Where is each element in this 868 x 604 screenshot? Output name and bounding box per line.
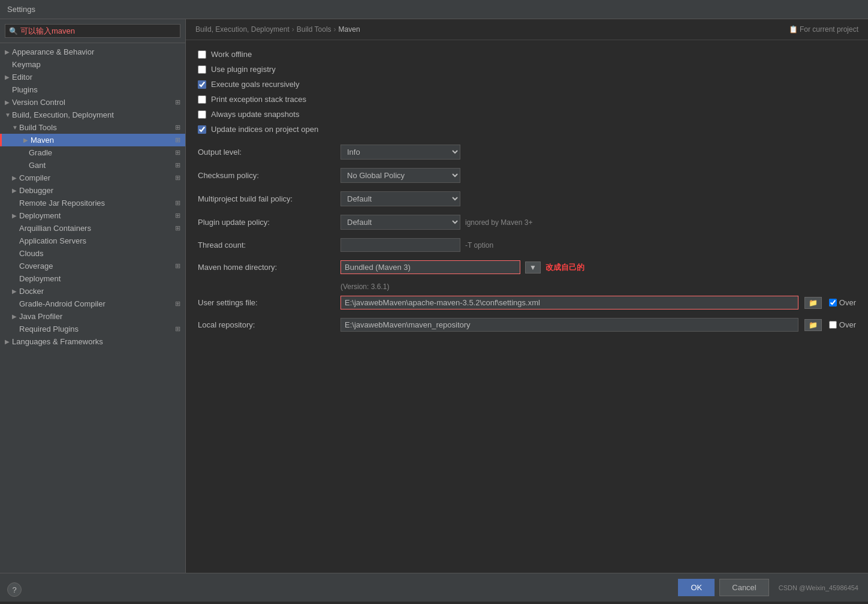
for-project-label: 📋 For current project: [789, 25, 858, 34]
arrow-icon: ▶: [5, 49, 12, 55]
sidebar-item-keymap[interactable]: Keymap: [0, 58, 185, 71]
sidebar-item-deployment2[interactable]: Deployment: [0, 272, 185, 285]
user-settings-label: User settings file:: [198, 298, 336, 307]
arrow-icon: ▼: [5, 112, 12, 118]
execute-goals-label: Execute goals recursively: [211, 80, 299, 89]
user-settings-row: User settings file: 📁 Over: [198, 296, 856, 309]
sidebar-item-coverage[interactable]: Coverage ⊞: [0, 260, 185, 272]
search-input[interactable]: [20, 26, 176, 35]
sidebar-item-editor[interactable]: ▶ Editor: [0, 71, 185, 83]
sidebar-item-clouds[interactable]: Clouds: [0, 247, 185, 260]
sidebar-item-required-plugins[interactable]: Required Plugins ⊞: [0, 323, 185, 335]
always-update-checkbox[interactable]: [198, 110, 206, 119]
sidebar-tree: ▶ Appearance & Behavior Keymap ▶ Editor …: [0, 43, 185, 573]
sidebar-item-arquillian[interactable]: Arquillian Containers ⊞: [0, 222, 185, 235]
search-icon: 🔍: [9, 27, 18, 35]
sidebar-item-deployment[interactable]: ▶ Deployment ⊞: [0, 209, 185, 222]
sidebar-item-java-profiler[interactable]: ▶ Java Profiler: [0, 310, 185, 323]
config-icon: ⊞: [175, 262, 180, 270]
checkbox-execute-goals: Execute goals recursively: [198, 80, 856, 89]
print-exception-label: Print exception stack traces: [211, 95, 306, 104]
maven-home-input[interactable]: [340, 260, 520, 274]
breadcrumb-part1: Build, Execution, Deployment: [195, 25, 290, 34]
sidebar-item-gradle-android[interactable]: Gradle-Android Compiler ⊞: [0, 298, 185, 310]
local-repo-input[interactable]: [340, 318, 798, 332]
sidebar-item-debugger[interactable]: ▶ Debugger: [0, 184, 185, 197]
local-repo-override-label: Over: [839, 320, 856, 329]
title-label: Settings: [7, 5, 35, 14]
maven-version-text: (Version: 3.6.1): [198, 283, 856, 291]
ok-button[interactable]: OK: [678, 579, 715, 596]
checksum-policy-select[interactable]: No Global Policy Fail Warn Ignore: [340, 168, 460, 183]
maven-home-dropdown-btn[interactable]: ▼: [525, 262, 541, 274]
output-level-select[interactable]: Info Debug Quiet: [340, 145, 460, 160]
content-area: Build, Execution, Deployment › Build Too…: [186, 19, 868, 573]
arrow-icon: ▼: [12, 124, 19, 131]
sidebar-item-remote-jar[interactable]: Remote Jar Repositories ⊞: [0, 197, 185, 209]
config-icon: ⊞: [175, 174, 180, 182]
cancel-button[interactable]: Cancel: [719, 579, 768, 596]
watermark-label: CSDN @Weixin_45986454: [779, 584, 858, 591]
local-repo-browse-btn[interactable]: 📁: [804, 319, 822, 331]
checkbox-work-offline: Work offline: [198, 50, 856, 59]
work-offline-label: Work offline: [211, 50, 252, 59]
sidebar-item-build-execution[interactable]: ▼ Build, Execution, Deployment: [0, 109, 185, 121]
user-settings-browse-btn[interactable]: 📁: [804, 297, 822, 309]
output-level-row: Output level: Info Debug Quiet: [198, 145, 856, 160]
maven-home-change-hint: 改成自己的: [545, 262, 584, 273]
plugin-update-policy-select[interactable]: Default Force Update No Update: [340, 215, 460, 230]
plugin-update-hint: ignored by Maven 3+: [465, 218, 532, 227]
update-indices-label: Update indices on project open: [211, 125, 318, 134]
arrow-icon: ▶: [5, 338, 12, 345]
config-icon: ⊞: [175, 149, 180, 157]
sidebar-item-docker[interactable]: ▶ Docker: [0, 285, 185, 298]
sidebar-item-version-control[interactable]: ▶ Version Control ⊞: [0, 96, 185, 109]
arrow-icon: ▶: [12, 313, 19, 320]
local-repo-label: Local repository:: [198, 320, 336, 329]
sidebar-item-maven[interactable]: ▶ Maven ⊞: [0, 134, 185, 146]
always-update-label: Always update snapshots: [211, 110, 299, 119]
execute-goals-checkbox[interactable]: [198, 80, 206, 89]
user-settings-override-checkbox[interactable]: [829, 299, 837, 306]
config-icon: ⊞: [175, 224, 180, 232]
config-icon: ⊞: [175, 136, 180, 144]
config-icon: ⊞: [175, 325, 180, 333]
work-offline-checkbox[interactable]: [198, 50, 206, 59]
arrow-icon: ▶: [23, 137, 31, 143]
plugin-update-policy-row: Plugin update policy: Default Force Upda…: [198, 215, 856, 230]
plugin-update-policy-label: Plugin update policy:: [198, 218, 336, 227]
arrow-icon: ▶: [5, 74, 12, 80]
breadcrumb-part2: Build Tools: [297, 25, 331, 34]
sidebar-item-gradle[interactable]: Gradle ⊞: [0, 146, 185, 159]
use-plugin-registry-checkbox[interactable]: [198, 65, 206, 74]
config-icon: ⊞: [175, 212, 180, 220]
thread-count-hint: -T option: [465, 241, 493, 250]
arrow-icon: ▶: [12, 187, 19, 194]
maven-home-label: Maven home directory:: [198, 263, 336, 272]
checkbox-print-exception: Print exception stack traces: [198, 95, 856, 104]
local-repo-override-checkbox[interactable]: [829, 321, 837, 329]
user-settings-input[interactable]: [340, 296, 798, 309]
update-indices-checkbox[interactable]: [198, 125, 206, 134]
bottom-bar: OK Cancel CSDN @Weixin_45986454: [0, 573, 868, 602]
sidebar-item-gant[interactable]: Gant ⊞: [0, 159, 185, 172]
sidebar-item-plugins[interactable]: Plugins: [0, 83, 185, 96]
config-icon: ⊞: [175, 124, 180, 131]
checkbox-always-update: Always update snapshots: [198, 110, 856, 119]
thread-count-input[interactable]: [340, 238, 460, 252]
sidebar-item-build-tools[interactable]: ▼ Build Tools ⊞: [0, 121, 185, 134]
output-level-label: Output level:: [198, 148, 336, 157]
user-settings-override-label: Over: [839, 298, 856, 307]
multiproject-policy-label: Multiproject build fail policy:: [198, 194, 336, 203]
sidebar-item-compiler[interactable]: ▶ Compiler ⊞: [0, 172, 185, 184]
title-bar: Settings: [0, 0, 868, 19]
sidebar-item-appearance[interactable]: ▶ Appearance & Behavior: [0, 46, 185, 58]
sidebar-item-app-servers[interactable]: Application Servers: [0, 235, 185, 247]
help-button[interactable]: ?: [7, 582, 22, 597]
multiproject-policy-select[interactable]: Default Fail Fail at End Never: [340, 191, 460, 206]
checkbox-update-indices: Update indices on project open: [198, 125, 856, 134]
thread-count-row: Thread count: -T option: [198, 238, 856, 252]
print-exception-checkbox[interactable]: [198, 95, 206, 104]
sidebar-item-lang-frameworks[interactable]: ▶ Languages & Frameworks: [0, 335, 185, 348]
thread-count-label: Thread count:: [198, 241, 336, 250]
